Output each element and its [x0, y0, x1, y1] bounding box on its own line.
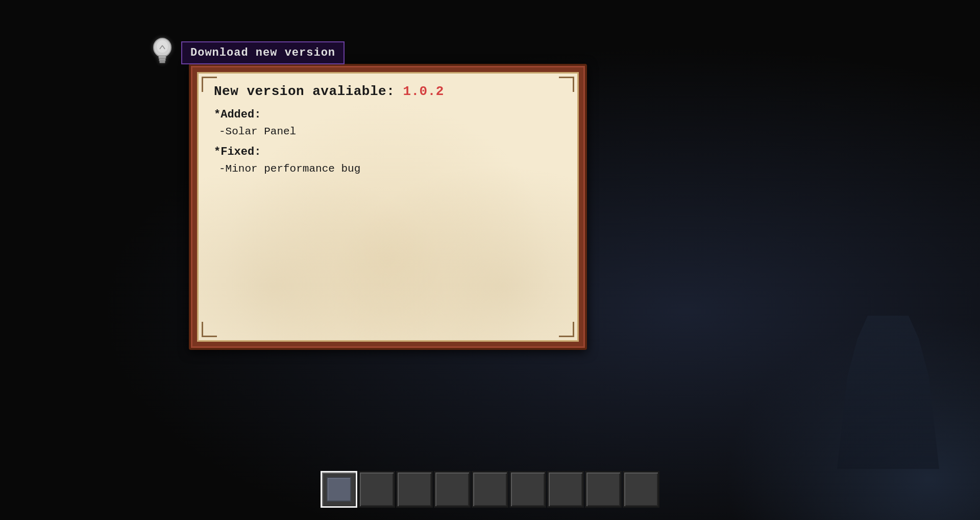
tooltip-area: Download new version: [148, 35, 345, 70]
added-section: *Added: -Solar Panel: [214, 108, 562, 140]
svg-rect-3: [159, 58, 165, 61]
panel-content: New version avaliable: 1.0.2 *Added: -So…: [199, 74, 577, 193]
added-item-solar-panel: -Solar Panel: [219, 123, 562, 140]
lightbulb-icon: [148, 35, 176, 70]
panel-parchment: New version avaliable: 1.0.2 *Added: -So…: [197, 72, 579, 342]
svg-point-1: [157, 40, 168, 53]
corner-decoration-br: [559, 322, 574, 337]
fixed-header: *Fixed:: [214, 146, 562, 158]
version-title: New version avaliable: 1.0.2: [214, 84, 562, 99]
hotbar-slot-4[interactable]: [434, 471, 471, 508]
hotbar-slot-2[interactable]: [358, 471, 395, 508]
hotbar-slot-1[interactable]: [321, 471, 357, 508]
download-button[interactable]: Download new version: [181, 41, 345, 64]
hotbar-slot-6[interactable]: [509, 471, 546, 508]
fixed-section: *Fixed: -Minor performance bug: [214, 146, 562, 178]
hotbar-slot-9[interactable]: [623, 471, 659, 508]
hotbar: [321, 471, 659, 508]
hotbar-slot-5[interactable]: [472, 471, 508, 508]
panel-outer-border: New version avaliable: 1.0.2 *Added: -So…: [189, 64, 587, 350]
version-title-prefix: New version avaliable:: [214, 84, 395, 99]
hotbar-item-1: [327, 477, 351, 502]
version-panel: New version avaliable: 1.0.2 *Added: -So…: [189, 64, 587, 350]
svg-rect-4: [160, 61, 165, 63]
hotbar-slot-8[interactable]: [585, 471, 622, 508]
fixed-item-perf-bug: -Minor performance bug: [219, 160, 562, 178]
added-header: *Added:: [214, 108, 562, 121]
version-number: 1.0.2: [403, 84, 444, 99]
hotbar-slot-7[interactable]: [547, 471, 584, 508]
hotbar-slot-3[interactable]: [396, 471, 433, 508]
svg-rect-2: [159, 56, 166, 58]
corner-decoration-bl: [202, 322, 217, 337]
